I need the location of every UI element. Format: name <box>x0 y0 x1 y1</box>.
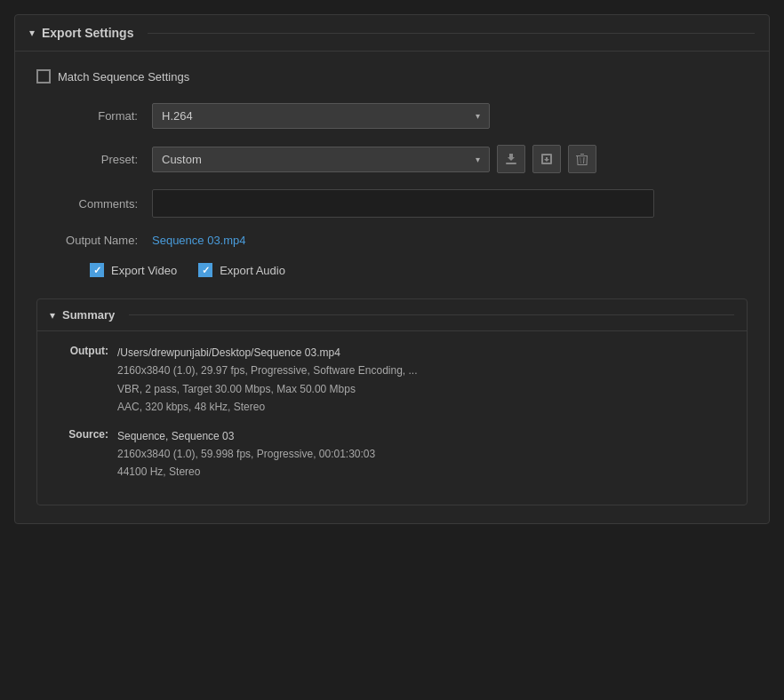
summary-source-line2: 2160x3840 (1.0), 59.998 fps, Progressive… <box>117 445 375 463</box>
panel-body: Match Sequence Settings Format: H.264 ▾ … <box>15 52 769 523</box>
summary-output-line4: AAC, 320 kbps, 48 kHz, Stereo <box>117 398 418 416</box>
panel-title: Export Settings <box>42 26 133 40</box>
delete-preset-icon <box>575 152 589 166</box>
panel-collapse-icon[interactable]: ▾ <box>29 27 35 39</box>
summary-output-row: Output: /Users/drewpunjabi/Desktop/Seque… <box>55 344 729 417</box>
summary-source-line3: 44100 Hz, Stereo <box>117 463 375 481</box>
format-label: Format: <box>36 109 152 123</box>
output-name-row: Output Name: Sequence 03.mp4 <box>36 234 748 247</box>
svg-rect-0 <box>506 163 516 164</box>
export-audio-checkbox[interactable] <box>198 263 212 277</box>
panel-header: ▾ Export Settings <box>15 15 769 52</box>
preset-controls: Custom ▾ <box>152 145 596 173</box>
preset-row: Preset: Custom ▾ <box>36 145 748 173</box>
comments-label: Comments: <box>36 197 152 211</box>
export-checkboxes: Export Video Export Audio <box>36 263 748 277</box>
summary-output-line3: VBR, 2 pass, Target 30.00 Mbps, Max 50.0… <box>117 380 418 398</box>
match-sequence-label: Match Sequence Settings <box>58 70 189 84</box>
header-divider <box>148 33 755 34</box>
preset-value: Custom <box>162 153 202 166</box>
export-video-item: Export Video <box>90 263 177 277</box>
preset-dropdown-arrow: ▾ <box>476 155 480 164</box>
comments-row: Comments: <box>36 189 748 218</box>
preset-import-button[interactable] <box>532 145 561 173</box>
summary-source-line1: Sequence, Sequence 03 <box>117 427 375 445</box>
export-video-checkbox[interactable] <box>90 263 104 277</box>
export-audio-label: Export Audio <box>220 264 285 277</box>
preset-label: Preset: <box>36 153 152 166</box>
output-name-link[interactable]: Sequence 03.mp4 <box>152 234 246 247</box>
summary-source-values: Sequence, Sequence 03 2160x3840 (1.0), 5… <box>117 427 375 481</box>
summary-output-line1: /Users/drewpunjabi/Desktop/Sequence 03.m… <box>117 344 418 362</box>
summary-body: Output: /Users/drewpunjabi/Desktop/Seque… <box>37 331 747 505</box>
output-name-label: Output Name: <box>36 234 152 247</box>
summary-output-key: Output: <box>55 344 117 417</box>
preset-save-button[interactable] <box>497 145 525 173</box>
summary-collapse-icon[interactable]: ▾ <box>50 309 55 322</box>
preset-delete-button[interactable] <box>568 145 596 173</box>
summary-header: ▾ Summary <box>37 299 747 331</box>
comments-input[interactable] <box>152 189 654 218</box>
summary-section: ▾ Summary Output: /Users/drewpunjabi/Des… <box>36 298 748 505</box>
preset-dropdown[interactable]: Custom ▾ <box>152 147 490 172</box>
export-audio-item: Export Audio <box>198 263 285 277</box>
match-sequence-row: Match Sequence Settings <box>36 69 748 84</box>
summary-source-row: Source: Sequence, Sequence 03 2160x3840 … <box>55 427 729 481</box>
export-settings-panel: ▾ Export Settings Match Sequence Setting… <box>14 14 770 524</box>
format-row: Format: H.264 ▾ <box>36 103 748 129</box>
match-sequence-checkbox[interactable] <box>36 69 51 84</box>
format-dropdown[interactable]: H.264 ▾ <box>152 103 490 129</box>
summary-output-values: /Users/drewpunjabi/Desktop/Sequence 03.m… <box>117 344 418 417</box>
import-preset-icon <box>540 152 554 166</box>
export-video-label: Export Video <box>111 264 177 277</box>
summary-source-key: Source: <box>55 427 117 481</box>
summary-output-line2: 2160x3840 (1.0), 29.97 fps, Progressive,… <box>117 362 418 379</box>
summary-header-divider <box>129 314 734 315</box>
format-dropdown-arrow: ▾ <box>476 111 480 121</box>
summary-title: Summary <box>62 308 115 322</box>
save-preset-icon <box>504 152 518 166</box>
format-value: H.264 <box>162 109 193 123</box>
